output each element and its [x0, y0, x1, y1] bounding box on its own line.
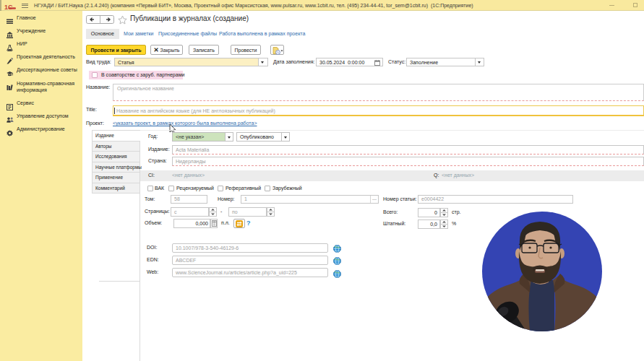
svg-text:1С: 1С	[4, 4, 13, 11]
